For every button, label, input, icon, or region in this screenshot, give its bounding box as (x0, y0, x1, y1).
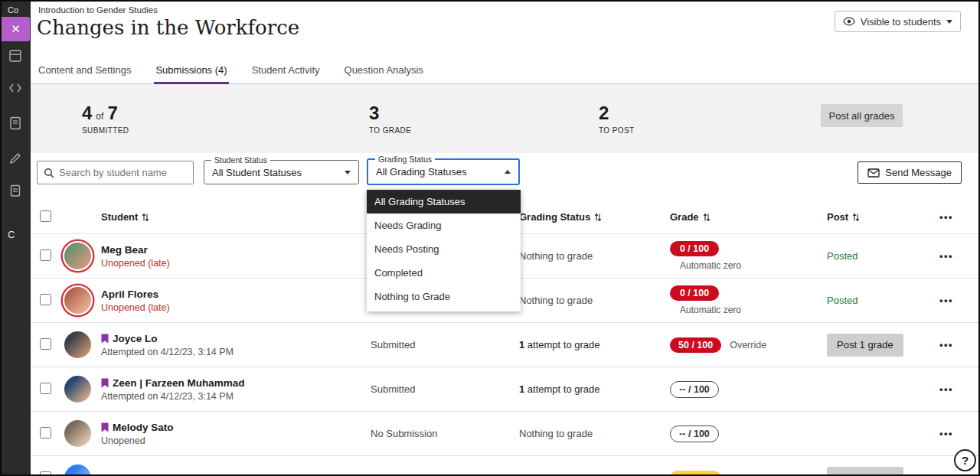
grading-status-cell: Nothing to grade (519, 295, 670, 306)
stat-submitted-sep: of (96, 111, 103, 122)
table-row: Melody Sato Unopened No Submission Nothi… (31, 412, 978, 456)
breadcrumb[interactable]: Introduction to Gender Studies (38, 5, 158, 15)
visibility-label: Visible to students (861, 16, 941, 28)
row-options-menu[interactable]: ••• (939, 339, 953, 350)
dropdown-option[interactable]: Completed (367, 261, 521, 285)
grade-cell: -- / 100 (670, 425, 827, 442)
chevron-down-icon (946, 20, 952, 24)
row-options-menu[interactable]: ••• (939, 472, 953, 476)
submission-substatus: Unopened (101, 435, 371, 446)
posted-status: Posted (827, 295, 858, 306)
course-sidebar: Co ✕ C (2, 2, 31, 474)
sort-icon (594, 213, 602, 222)
avatar (63, 241, 93, 271)
post-all-grades-button[interactable]: Post all grades (821, 104, 903, 127)
student-name[interactable]: Arden Tuomala (101, 472, 371, 476)
tab-student-activity[interactable]: Student Activity (250, 55, 322, 84)
send-message-label: Send Message (885, 167, 952, 178)
student-status-label: Student Status (211, 155, 270, 165)
column-header-student[interactable]: Student (101, 211, 371, 223)
app-window: Co ✕ C Introduction to Gender Studies Ch… (0, 0, 980, 476)
search-input[interactable] (59, 167, 187, 178)
row-checkbox[interactable] (40, 294, 51, 305)
search-icon (44, 168, 54, 178)
grading-status-cell: 1 attempt to grade (519, 339, 670, 350)
flag-icon (101, 378, 109, 388)
row-options-menu[interactable]: ••• (939, 383, 953, 395)
select-all-checkbox[interactable] (40, 210, 51, 222)
post-grade-button[interactable]: Post 1 grade (827, 467, 903, 476)
student-name[interactable]: Joyce Lo (113, 333, 158, 344)
row-checkbox[interactable] (40, 338, 51, 350)
override-label: Override (730, 340, 766, 350)
row-options-menu[interactable]: ••• (939, 428, 953, 439)
visibility-button[interactable]: Visible to students (835, 11, 961, 32)
grade-pill[interactable]: 0 / 100 (670, 241, 719, 256)
grading-status-cell: Nothing to grade (519, 472, 670, 476)
grade-pill[interactable]: 70 / 100 (670, 471, 721, 476)
grading-status-cell: Nothing to grade (519, 428, 670, 439)
row-options-menu[interactable]: ••• (939, 295, 953, 306)
column-header-post[interactable]: Post (827, 211, 939, 223)
student-name[interactable]: Meg Bear (101, 244, 371, 256)
send-message-button[interactable]: Send Message (858, 161, 962, 184)
column-header-grading-status[interactable]: Grading Status (519, 211, 670, 223)
help-button[interactable]: ? (954, 449, 976, 471)
stat-to-grade: 3 TO GRADE (369, 103, 411, 135)
sidebar-clipped-text: Co (8, 5, 18, 15)
submission-substatus: Attempted on 4/12/23, 3:14 PM (101, 391, 371, 402)
table-options-menu[interactable]: ••• (939, 211, 953, 223)
grade-cell: 0 / 100 Automatic zero (670, 241, 827, 271)
column-header-grade[interactable]: Grade (670, 211, 827, 223)
stat-to-grade-label: TO GRADE (369, 126, 411, 135)
submission-status: Submitted (371, 383, 519, 395)
dropdown-option[interactable]: Needs Posting (367, 237, 521, 261)
tab-content-and-settings[interactable]: Content and Settings (37, 55, 132, 84)
page-header: Introduction to Gender Studies Changes i… (31, 2, 978, 55)
student-name[interactable]: April Flores (101, 289, 371, 300)
tab-submissions[interactable]: Submissions (4) (154, 55, 228, 84)
grading-status-select[interactable]: Grading Status All Grading Statuses (367, 158, 520, 185)
student-status-select[interactable]: Student Status All Student Statuses (204, 160, 359, 184)
close-panel-button[interactable]: ✕ (2, 17, 30, 41)
pencil-icon[interactable] (8, 152, 22, 165)
grade-pill[interactable]: 50 / 100 (670, 337, 721, 353)
submission-status: Submitted (371, 339, 519, 350)
student-name[interactable]: Zeen | Farzeen Muhammad (113, 377, 245, 389)
grade-pill[interactable]: -- / 100 (670, 381, 719, 398)
row-checkbox[interactable] (40, 249, 51, 261)
clipboard-icon[interactable] (8, 184, 22, 197)
grade-pill[interactable]: 0 / 100 (670, 285, 719, 301)
stat-to-grade-value: 3 (369, 103, 379, 124)
document-icon[interactable] (8, 116, 22, 130)
grading-status-dropdown: All Grading Statuses Needs Grading Needs… (367, 190, 521, 311)
table-row: Joyce Lo Attempted on 4/12/23, 3:14 PM S… (31, 323, 978, 367)
grading-status-label: Grading Status (375, 155, 435, 164)
avatar (63, 330, 93, 360)
grading-status-value: All Grading Statuses (376, 166, 505, 178)
row-checkbox[interactable] (40, 427, 51, 439)
chevron-up-icon (505, 170, 511, 174)
code-icon[interactable] (8, 81, 22, 95)
grading-status-cell: 1 attempt to grade (519, 383, 670, 395)
grade-cell: 50 / 100 Override (670, 337, 827, 353)
dropdown-option[interactable]: All Grading Statuses (367, 190, 521, 214)
student-name[interactable]: Melody Sato (113, 422, 174, 433)
grade-pill[interactable]: -- / 100 (670, 425, 719, 442)
submission-substatus: Unopened (late) (101, 258, 371, 269)
row-options-menu[interactable]: ••• (939, 250, 953, 262)
row-checkbox[interactable] (40, 383, 51, 394)
dropdown-option[interactable]: Needs Grading (367, 214, 521, 237)
grade-note: Automatic zero (680, 305, 827, 315)
search-box[interactable] (37, 161, 194, 184)
stat-to-post: 2 TO POST (599, 103, 635, 135)
dropdown-option[interactable]: Nothing to Grade (367, 285, 521, 308)
stat-to-post-label: TO POST (599, 126, 635, 135)
row-checkbox[interactable] (40, 471, 51, 476)
envelope-icon (867, 168, 880, 178)
grade-cell: 70 / 100 (670, 471, 827, 476)
grid-icon[interactable] (8, 49, 22, 63)
sort-icon (852, 213, 860, 222)
post-grade-button[interactable]: Post 1 grade (827, 334, 903, 357)
tab-question-analysis[interactable]: Question Analysis (343, 55, 425, 84)
